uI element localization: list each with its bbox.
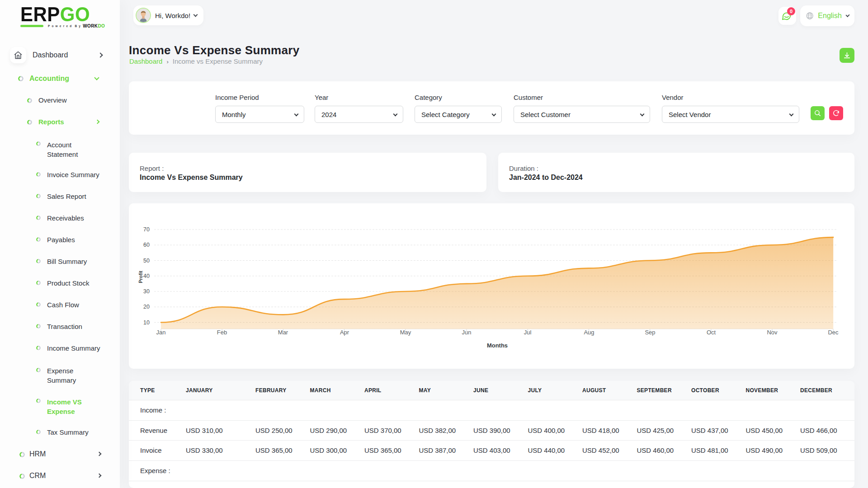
svg-text:Jun: Jun — [462, 329, 472, 336]
svg-text:Aug: Aug — [584, 329, 594, 336]
svg-text:Feb: Feb — [217, 329, 227, 336]
svg-text:40: 40 — [143, 273, 150, 279]
svg-text:Oct: Oct — [707, 329, 716, 336]
svg-text:Sep: Sep — [645, 329, 655, 336]
svg-text:50: 50 — [143, 258, 150, 264]
svg-text:Nov: Nov — [767, 329, 778, 336]
svg-text:Jan: Jan — [156, 329, 166, 336]
svg-text:Months: Months — [487, 342, 508, 349]
svg-text:70: 70 — [143, 226, 150, 233]
svg-text:20: 20 — [143, 304, 150, 310]
svg-text:Dec: Dec — [828, 329, 839, 336]
svg-text:Apr: Apr — [340, 329, 349, 336]
svg-text:Jul: Jul — [524, 329, 532, 336]
svg-text:30: 30 — [143, 288, 150, 295]
svg-text:10: 10 — [143, 319, 150, 326]
svg-text:Mar: Mar — [278, 329, 288, 336]
svg-text:May: May — [400, 329, 411, 336]
svg-text:60: 60 — [143, 242, 150, 248]
svg-text:Profit: Profit — [138, 271, 143, 283]
